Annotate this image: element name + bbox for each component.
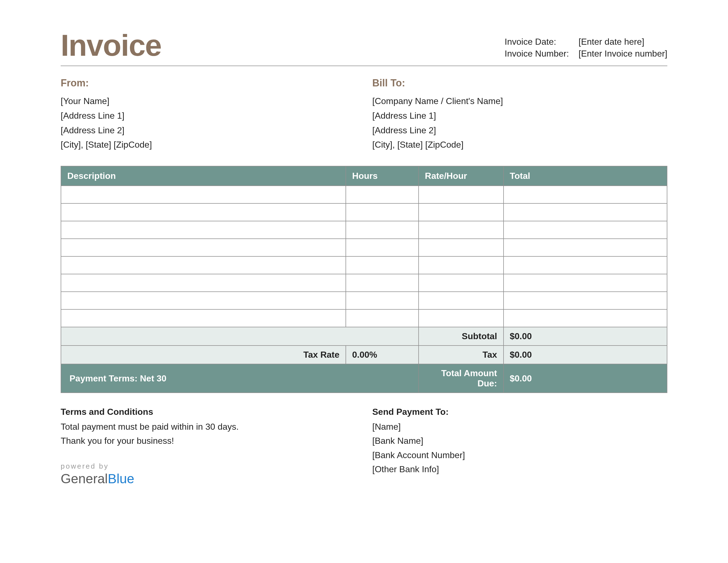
brand-part2: Blue bbox=[108, 471, 134, 486]
tax-value: $0.00 bbox=[504, 346, 667, 364]
table-cell[interactable] bbox=[61, 256, 346, 274]
table-row bbox=[61, 292, 667, 310]
table-row bbox=[61, 239, 667, 256]
addresses: From: [Your Name] [Address Line 1] [Addr… bbox=[61, 77, 667, 152]
table-cell[interactable] bbox=[61, 292, 346, 310]
from-block: From: [Your Name] [Address Line 1] [Addr… bbox=[61, 77, 356, 152]
table-row bbox=[61, 221, 667, 239]
table-cell[interactable] bbox=[504, 256, 667, 274]
table-cell[interactable] bbox=[346, 274, 419, 292]
from-line[interactable]: [Address Line 2] bbox=[61, 123, 356, 138]
invoice-number-label: Invoice Number: bbox=[505, 49, 574, 59]
table-cell[interactable] bbox=[504, 221, 667, 239]
table-cell[interactable] bbox=[346, 310, 419, 327]
payment-line[interactable]: [Bank Name] bbox=[372, 434, 667, 448]
table-cell[interactable] bbox=[61, 221, 346, 239]
table-cell[interactable] bbox=[61, 310, 346, 327]
powered-by-block: powered by GeneralBlue bbox=[61, 462, 356, 486]
payment-line[interactable]: [Other Bank Info] bbox=[372, 462, 667, 476]
table-cell[interactable] bbox=[61, 203, 346, 221]
footer-section: Terms and Conditions Total payment must … bbox=[61, 407, 667, 486]
terms-heading: Terms and Conditions bbox=[61, 407, 356, 417]
col-rate: Rate/Hour bbox=[419, 166, 504, 186]
brand-part1: General bbox=[61, 471, 108, 486]
blank-cell bbox=[346, 327, 419, 346]
table-cell[interactable] bbox=[346, 221, 419, 239]
table-cell[interactable] bbox=[346, 203, 419, 221]
table-row bbox=[61, 310, 667, 327]
table-cell[interactable] bbox=[419, 186, 504, 203]
table-cell[interactable] bbox=[346, 256, 419, 274]
terms-line: Total payment must be paid within in 30 … bbox=[61, 420, 356, 434]
payment-line[interactable]: [Bank Account Number] bbox=[372, 448, 667, 462]
table-row bbox=[61, 274, 667, 292]
table-cell[interactable] bbox=[504, 292, 667, 310]
col-hours: Hours bbox=[346, 166, 419, 186]
billto-heading: Bill To: bbox=[372, 77, 667, 89]
terms-block: Terms and Conditions Total payment must … bbox=[61, 407, 356, 486]
table-cell[interactable] bbox=[419, 274, 504, 292]
table-cell[interactable] bbox=[419, 221, 504, 239]
table-cell[interactable] bbox=[504, 186, 667, 203]
col-description: Description bbox=[61, 166, 346, 186]
brand-logo: GeneralBlue bbox=[61, 471, 356, 486]
powered-by-label: powered by bbox=[61, 462, 356, 471]
page-title: Invoice bbox=[61, 28, 161, 63]
billto-line[interactable]: [Address Line 1] bbox=[372, 108, 667, 123]
subtotal-label: Subtotal bbox=[419, 327, 504, 346]
table-cell[interactable] bbox=[419, 292, 504, 310]
payment-block: Send Payment To: [Name] [Bank Name] [Ban… bbox=[372, 407, 667, 486]
invoice-date-value[interactable]: [Enter date here] bbox=[579, 37, 644, 47]
from-heading: From: bbox=[61, 77, 356, 89]
taxrate-label: Tax Rate bbox=[61, 346, 346, 364]
payment-terms: Payment Terms: Net 30 bbox=[61, 364, 419, 393]
payment-heading: Send Payment To: bbox=[372, 407, 667, 417]
table-cell[interactable] bbox=[504, 203, 667, 221]
table-cell[interactable] bbox=[61, 274, 346, 292]
table-row bbox=[61, 256, 667, 274]
total-due-label: Total Amount Due: bbox=[419, 364, 504, 393]
table-cell[interactable] bbox=[61, 186, 346, 203]
table-row bbox=[61, 186, 667, 203]
billto-line[interactable]: [Address Line 2] bbox=[372, 123, 667, 138]
terms-line: Thank you for your business! bbox=[61, 434, 356, 448]
table-cell[interactable] bbox=[419, 310, 504, 327]
invoice-meta: Invoice Date: [Enter date here] Invoice … bbox=[505, 37, 667, 63]
billto-block: Bill To: [Company Name / Client's Name] … bbox=[372, 77, 667, 152]
table-cell[interactable] bbox=[419, 239, 504, 256]
blank-cell bbox=[61, 327, 346, 346]
billto-line[interactable]: [City], [State] [ZipCode] bbox=[372, 137, 667, 152]
table-cell[interactable] bbox=[419, 203, 504, 221]
invoice-number-value[interactable]: [Enter Invoice number] bbox=[579, 49, 667, 59]
payment-line[interactable]: [Name] bbox=[372, 420, 667, 434]
line-items-table: Description Hours Rate/Hour Total Subtot… bbox=[61, 166, 667, 393]
invoice-header: Invoice Invoice Date: [Enter date here] … bbox=[61, 28, 667, 66]
table-cell[interactable] bbox=[504, 274, 667, 292]
tax-label: Tax bbox=[419, 346, 504, 364]
from-line[interactable]: [Your Name] bbox=[61, 94, 356, 108]
from-line[interactable]: [Address Line 1] bbox=[61, 108, 356, 123]
table-cell[interactable] bbox=[346, 239, 419, 256]
col-total: Total bbox=[504, 166, 667, 186]
table-cell[interactable] bbox=[504, 310, 667, 327]
table-cell[interactable] bbox=[419, 256, 504, 274]
invoice-date-label: Invoice Date: bbox=[505, 37, 574, 47]
from-line[interactable]: [City], [State] [ZipCode] bbox=[61, 137, 356, 152]
table-cell[interactable] bbox=[346, 292, 419, 310]
subtotal-value: $0.00 bbox=[504, 327, 667, 346]
table-cell[interactable] bbox=[61, 239, 346, 256]
table-cell[interactable] bbox=[504, 239, 667, 256]
taxrate-value[interactable]: 0.00% bbox=[346, 346, 419, 364]
table-cell[interactable] bbox=[346, 186, 419, 203]
table-row bbox=[61, 203, 667, 221]
total-due-value: $0.00 bbox=[504, 364, 667, 393]
billto-line[interactable]: [Company Name / Client's Name] bbox=[372, 94, 667, 108]
